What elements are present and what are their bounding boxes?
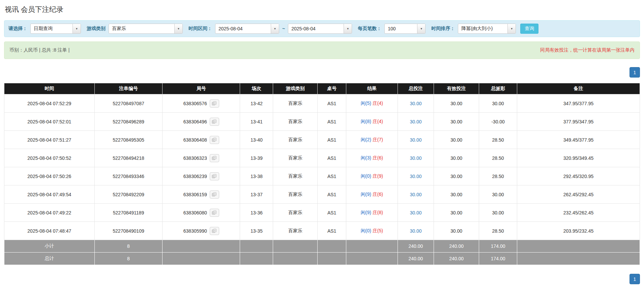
table-row: 2025-08-04 07:48:47522708490109638305990… (4, 222, 640, 240)
round-id-text: 638306239 (183, 174, 207, 179)
cell-round-id: 638306323 (163, 149, 240, 167)
round-id-text: 638306576 (183, 101, 207, 106)
table-header-row: 时间 注单编号 局号 场次 游戏类别 桌号 结果 总投注 有效投注 总派彩 备注 (4, 83, 640, 94)
cell-bet-id: 522708493346 (94, 167, 163, 185)
chevron-down-icon[interactable]: ▼ (271, 24, 279, 33)
result-player: 闲(8) (361, 119, 371, 124)
total-bet-link[interactable]: 30.00 (410, 174, 421, 179)
cell-round-id: 638306576 (163, 94, 240, 113)
total-empty-cell (240, 253, 273, 265)
header-total-bet: 总投注 (398, 83, 434, 94)
cell-payout: 30.00 (479, 185, 517, 204)
cell-valid-bet: 30.00 (434, 113, 479, 131)
round-id-text: 638306496 (183, 119, 207, 124)
game-type-input[interactable] (109, 24, 174, 33)
cell-time: 2025-08-04 07:49:54 (4, 185, 95, 204)
cell-result: 闲(9) 庄(6) (346, 185, 398, 204)
cell-result: 闲(5) 庄(4) (346, 94, 398, 113)
header-payout: 总派彩 (479, 83, 517, 94)
round-replay-icon[interactable] (210, 172, 219, 180)
result-player: 闲(5) (361, 100, 371, 106)
date-from-combo: ▼ (215, 24, 279, 34)
result-banker: 庄(9) (373, 173, 383, 179)
result-banker: 庄(8) (373, 210, 383, 215)
query-type-input[interactable] (31, 24, 72, 33)
header-valid-bet: 有效投注 (434, 83, 479, 94)
cell-payout: -30.00 (479, 113, 517, 131)
cell-remark: 347.95/377.95 (517, 94, 640, 113)
chevron-down-icon[interactable]: ▼ (174, 24, 182, 33)
result-player: 闲(9) (361, 210, 371, 215)
cell-session: 13-40 (240, 131, 273, 149)
round-replay-icon[interactable] (210, 118, 219, 126)
cell-session: 13-39 (240, 149, 273, 167)
cell-result: 闲(0) 庄(9) (346, 167, 398, 185)
cell-remark: 292.45/320.95 (517, 167, 640, 185)
subtotal-empty-cell (318, 240, 346, 253)
cell-time: 2025-08-04 07:52:01 (4, 113, 95, 131)
cell-game-type: 百家乐 (273, 167, 318, 185)
valid-bet-notice-text: 同局有效投注，统一计算在该局第一张注单内 (540, 47, 635, 53)
cell-table-no: AS1 (318, 94, 346, 113)
result-banker: 庄(4) (373, 119, 383, 124)
total-bet-link[interactable]: 30.00 (410, 210, 421, 215)
round-id-text: 638306080 (183, 210, 207, 215)
cell-remark: 377.95/347.95 (517, 113, 640, 131)
round-replay-icon[interactable] (210, 136, 219, 144)
table-row: 2025-08-04 07:50:26522708493346638306239… (4, 167, 640, 185)
page-size-label: 每页笔数： (358, 26, 381, 32)
cell-round-id: 638306080 (163, 204, 240, 222)
subtotal-empty-cell (346, 240, 398, 253)
total-empty-cell (517, 253, 640, 265)
round-replay-icon[interactable] (210, 154, 219, 162)
date-range-separator: ~ (282, 26, 285, 31)
cell-game-type: 百家乐 (273, 94, 318, 113)
date-to-input[interactable] (288, 24, 344, 33)
cell-valid-bet: 30.00 (434, 131, 479, 149)
cell-total-bet: 30.00 (398, 113, 434, 131)
cell-table-no: AS1 (318, 149, 346, 167)
subtotal-count: 8 (94, 240, 163, 253)
total-bet-link[interactable]: 30.00 (410, 137, 421, 143)
page-size-combo: ▼ (384, 24, 426, 34)
date-from-input[interactable] (215, 24, 271, 33)
result-player: 闲(0) (361, 173, 371, 179)
total-bet-link[interactable]: 30.00 (410, 155, 421, 161)
table-row: 2025-08-04 07:51:27522708495305638306408… (4, 131, 640, 149)
query-type-combo: ▼ (30, 24, 81, 34)
chevron-down-icon[interactable]: ▼ (72, 24, 81, 33)
sort-order-input[interactable] (458, 24, 507, 33)
page-number-button[interactable]: 1 (630, 67, 640, 78)
chevron-down-icon[interactable]: ▼ (344, 24, 352, 33)
cell-bet-id: 522708497087 (94, 94, 163, 113)
sort-order-combo: ▼ (458, 24, 516, 34)
cell-time: 2025-08-04 07:50:26 (4, 167, 95, 185)
game-type-label: 游戏类别 (87, 26, 106, 32)
page-size-input[interactable] (385, 24, 417, 33)
total-bet-link[interactable]: 30.00 (410, 101, 421, 106)
summary-notice-bar: 币别：人民币 | 总共 :8 注单 | 同局有效投注，统一计算在该局第一张注单内 (4, 41, 640, 59)
search-button[interactable]: 查询 (520, 24, 538, 34)
subtotal-payout: 174.00 (479, 240, 517, 253)
round-replay-icon[interactable] (210, 191, 219, 199)
round-replay-icon[interactable] (210, 209, 219, 217)
round-replay-icon[interactable] (210, 99, 219, 108)
total-bet-link[interactable]: 30.00 (410, 119, 421, 124)
cell-time: 2025-08-04 07:50:52 (4, 149, 95, 167)
result-banker: 庄(5) (373, 228, 383, 233)
page-number-button[interactable]: 1 (630, 274, 640, 284)
chevron-down-icon[interactable]: ▼ (417, 24, 425, 33)
bet-table-body: 2025-08-04 07:52:29522708497087638306576… (4, 94, 640, 240)
query-type-label: 请选择： (8, 26, 27, 32)
round-replay-icon[interactable] (210, 227, 219, 235)
subtotal-total-bet: 240.00 (398, 240, 434, 253)
total-bet-link[interactable]: 30.00 (410, 228, 421, 234)
table-row: 2025-08-04 07:52:29522708497087638306576… (4, 94, 640, 113)
cell-table-no: AS1 (318, 113, 346, 131)
cell-result: 闲(3) 庄(6) (346, 149, 398, 167)
cell-session: 13-35 (240, 222, 273, 240)
pagination-bottom: 1 (4, 274, 640, 284)
total-bet-link[interactable]: 30.00 (410, 192, 421, 197)
cell-session: 13-37 (240, 185, 273, 204)
chevron-down-icon[interactable]: ▼ (507, 24, 516, 33)
